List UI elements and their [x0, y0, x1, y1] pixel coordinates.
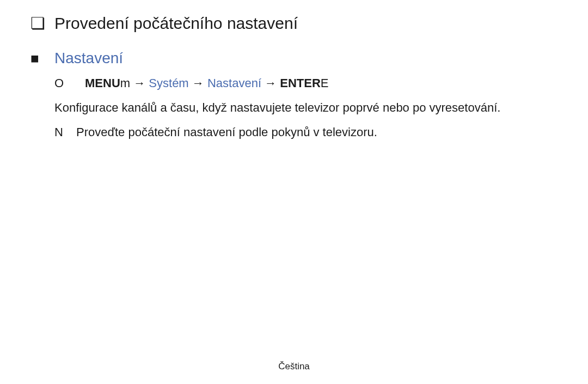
- menu-path-bullet: O: [54, 75, 85, 92]
- title-bullet-icon: ❏: [30, 13, 54, 34]
- section-bullet-icon: ■: [30, 49, 54, 68]
- arrow-icon: →: [130, 76, 149, 90]
- menu-label-bold: MENU: [85, 76, 120, 90]
- footer-language: Čeština: [0, 361, 588, 372]
- note-text: Proveďte počáteční nastavení podle pokyn…: [76, 124, 377, 141]
- section-row: ■ Nastavení: [30, 49, 558, 68]
- note-bullet: N: [54, 124, 76, 141]
- arrow-icon: →: [189, 76, 207, 90]
- title-row: ❏ Provedení počátečního nastavení: [30, 13, 558, 34]
- menu-path-system: Systém: [149, 76, 188, 90]
- menu-path-row: O MENUm → Systém → Nastavení → ENTERE: [30, 75, 558, 92]
- body-paragraph: Konfigurace kanálů a času, když nastavuj…: [30, 99, 542, 117]
- menu-path-settings: Nastavení: [207, 76, 261, 90]
- page: ❏ Provedení počátečního nastavení ■ Nast…: [0, 0, 588, 384]
- menu-path: MENUm → Systém → Nastavení → ENTERE: [85, 75, 328, 92]
- section-heading: Nastavení: [54, 49, 123, 68]
- arrow-icon: →: [261, 76, 280, 90]
- enter-label-suffix: E: [321, 76, 329, 90]
- page-title: Provedení počátečního nastavení: [54, 13, 298, 34]
- enter-label-bold: ENTER: [280, 76, 321, 90]
- note-row: N Proveďte počáteční nastavení podle pok…: [30, 124, 558, 141]
- menu-label-suffix: m: [120, 76, 130, 90]
